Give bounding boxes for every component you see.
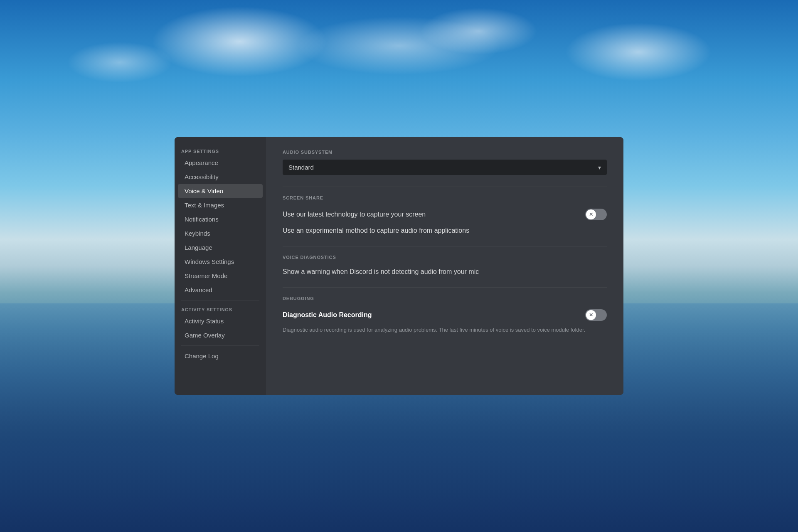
debugging-toggle-1[interactable]: ✕	[585, 309, 607, 321]
sidebar-item-change-log[interactable]: Change Log	[178, 349, 263, 363]
voice-diagnostics-header: VOICE DIAGNOSTICS	[283, 255, 607, 260]
screen-share-label-2: Use an experimental method to capture au…	[283, 227, 607, 234]
audio-subsystem-header: AUDIO SUBSYSTEM	[283, 150, 607, 155]
sidebar-item-game-overlay[interactable]: Game Overlay	[178, 328, 263, 342]
voice-diagnostics-section: VOICE DIAGNOSTICS Show a warning when Di…	[283, 255, 607, 279]
debugging-description-1: Diagnostic audio recording is used for a…	[283, 326, 607, 334]
toggle-knob-1: ✕	[586, 209, 596, 219]
divider-1	[283, 187, 607, 187]
divider-2	[283, 246, 607, 246]
sidebar-item-notifications[interactable]: Notifications	[178, 212, 263, 226]
sidebar-item-streamer-mode[interactable]: Streamer Mode	[178, 269, 263, 283]
toggle-knob-debug-1: ✕	[586, 310, 596, 320]
debugging-setting-1: Diagnostic Audio Recording ✕	[283, 306, 607, 324]
sidebar-item-advanced[interactable]: Advanced	[178, 283, 263, 297]
audio-subsystem-section: AUDIO SUBSYSTEM Standard Legacy ▾	[283, 150, 607, 175]
main-content: AUDIO SUBSYSTEM Standard Legacy ▾ SCREEN…	[266, 137, 623, 395]
sidebar-item-activity-status[interactable]: Activity Status	[178, 314, 263, 328]
screen-share-header: SCREEN SHARE	[283, 195, 607, 200]
toggle-x-icon-1: ✕	[589, 212, 593, 217]
sidebar-item-text-images[interactable]: Text & Images	[178, 198, 263, 212]
screen-share-setting-1: Use our latest technology to capture you…	[283, 205, 607, 224]
screen-share-setting-2: Use an experimental method to capture au…	[283, 224, 607, 238]
toggle-x-icon-debug-1: ✕	[589, 313, 593, 318]
toggle-track-debug-1: ✕	[585, 309, 607, 321]
sidebar-item-language[interactable]: Language	[178, 241, 263, 254]
activity-settings-label: ACTIVITY SETTINGS	[175, 304, 266, 314]
voice-diagnostics-setting-1: Show a warning when Discord is not detec…	[283, 265, 607, 279]
debugging-label-1: Diagnostic Audio Recording	[283, 311, 585, 319]
audio-subsystem-select[interactable]: Standard Legacy	[283, 160, 607, 175]
screen-share-toggle-1[interactable]: ✕	[585, 209, 607, 220]
settings-sidebar: APP SETTINGS Appearance Accessibility Vo…	[175, 137, 266, 395]
screen-share-section: SCREEN SHARE Use our latest technology t…	[283, 195, 607, 238]
sidebar-item-windows-settings[interactable]: Windows Settings	[178, 255, 263, 268]
sidebar-item-keybinds[interactable]: Keybinds	[178, 227, 263, 240]
debugging-section: DEBUGGING Diagnostic Audio Recording ✕ D…	[283, 296, 607, 334]
sidebar-item-voice-video[interactable]: Voice & Video	[178, 184, 263, 198]
screen-share-label-1: Use our latest technology to capture you…	[283, 211, 585, 218]
audio-subsystem-select-wrapper: Standard Legacy ▾	[283, 160, 607, 175]
app-settings-label: APP SETTINGS	[175, 145, 266, 155]
toggle-track-1: ✕	[585, 209, 607, 220]
sidebar-divider-1	[181, 300, 259, 300]
voice-diagnostics-label-1: Show a warning when Discord is not detec…	[283, 268, 607, 276]
sidebar-item-appearance[interactable]: Appearance	[178, 156, 263, 170]
sidebar-divider-2	[181, 345, 259, 346]
modal-overlay: APP SETTINGS Appearance Accessibility Vo…	[0, 0, 798, 532]
settings-modal: APP SETTINGS Appearance Accessibility Vo…	[175, 137, 623, 395]
sidebar-item-accessibility[interactable]: Accessibility	[178, 170, 263, 184]
debugging-header: DEBUGGING	[283, 296, 607, 301]
divider-3	[283, 287, 607, 288]
